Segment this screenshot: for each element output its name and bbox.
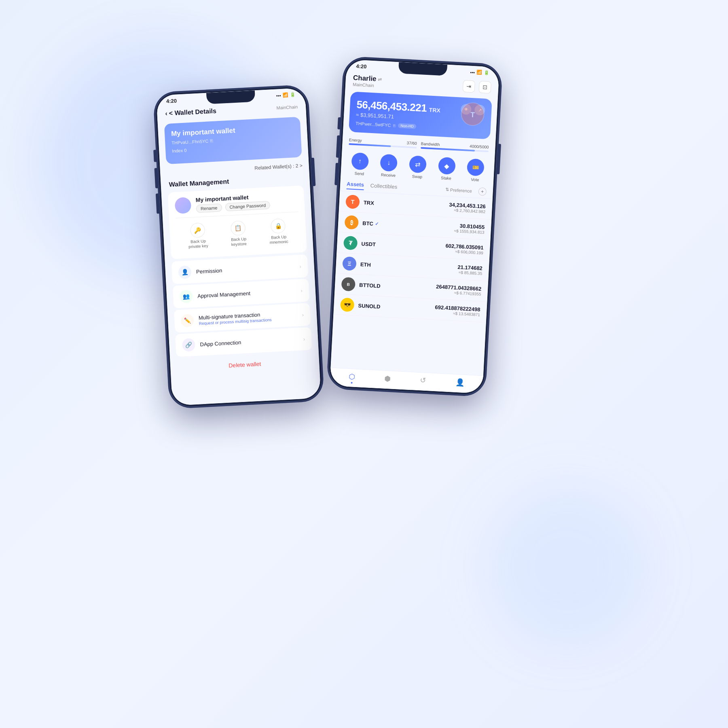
main-chain-label: MainChain bbox=[353, 82, 382, 89]
status-icons-right: ▪▪▪ 📶 🔋 bbox=[470, 70, 489, 76]
backup-keystore[interactable]: 📋 Back Upkeystore bbox=[230, 220, 247, 247]
tab-assets[interactable]: Assets bbox=[347, 179, 364, 190]
backup-key-icon: 🔑 bbox=[190, 222, 205, 238]
vote-action[interactable]: 🎫 Vote bbox=[466, 159, 485, 182]
scan-icon[interactable]: ⊡ bbox=[478, 81, 491, 94]
user-section: Charlie ⇌ MainChain bbox=[353, 74, 382, 89]
permission-chevron: › bbox=[299, 263, 301, 269]
nav-stack[interactable]: ⬢ bbox=[384, 374, 391, 386]
wifi-icon-right: 📶 bbox=[476, 70, 483, 76]
page-title: < Wallet Details bbox=[169, 107, 216, 117]
swap-icon: ⇄ bbox=[409, 155, 427, 173]
eth-name: ETH bbox=[360, 261, 371, 268]
assets-nav-icon: ⬡ bbox=[349, 372, 356, 381]
preference-button[interactable]: ⇅ Preference bbox=[445, 187, 472, 193]
right-phone: 4:20 ▪▪▪ 📶 🔋 Charlie ⇌ bbox=[327, 57, 502, 396]
copy-icon[interactable]: ⎘ bbox=[210, 138, 213, 143]
send-label: Send bbox=[354, 171, 364, 176]
backup-private-key[interactable]: 🔑 Back Upprivate key bbox=[187, 222, 208, 249]
btc-values: 30.810455 ≈$ 1555,934.813 bbox=[454, 222, 485, 235]
backup-mnemonic-icon: 🔒 bbox=[271, 218, 286, 234]
change-password-button[interactable]: Change Password bbox=[225, 201, 271, 212]
approval-title: Approval Management bbox=[197, 288, 296, 299]
signal-icon: ▪▪▪ bbox=[276, 93, 281, 98]
vote-icon: 🎫 bbox=[467, 159, 485, 176]
svg-text:T: T bbox=[470, 111, 475, 119]
management-card: My important wallet Rename Change Passwo… bbox=[168, 185, 307, 259]
dapp-text: DApp Connection bbox=[200, 336, 298, 347]
receive-icon: ↓ bbox=[380, 154, 398, 171]
eth-values: 21.174682 ≈$ 85,885.35 bbox=[457, 264, 483, 276]
backup-keystore-label: Back Upkeystore bbox=[231, 237, 247, 247]
sunold-icon: 😎 bbox=[340, 298, 355, 312]
swap-action[interactable]: ⇄ Swap bbox=[408, 155, 427, 179]
wifi-icon: 📶 bbox=[282, 92, 288, 98]
energy-value: 37/60 bbox=[406, 141, 417, 146]
stack-nav-icon: ⬢ bbox=[384, 374, 391, 383]
rename-button[interactable]: Rename bbox=[196, 203, 222, 213]
trx-values: 34,234,453.126 ≈$ 2,760,842.982 bbox=[449, 201, 486, 214]
backup-key-label: Back Upprivate key bbox=[188, 239, 209, 249]
trx-name: TRX bbox=[364, 199, 375, 206]
balance-card: 56,456,453.221 TRX ≈ $3,951,951.71 👁 ↗ bbox=[349, 91, 492, 139]
swap-indicator[interactable]: ⇌ bbox=[378, 76, 382, 83]
sort-icon: ⇅ bbox=[445, 187, 449, 192]
btc-name: BTC ✓ bbox=[362, 220, 379, 227]
nav-profile[interactable]: 👤 bbox=[455, 378, 464, 389]
multisig-text: Multi-signature transaction Request or p… bbox=[199, 309, 298, 326]
profile-nav-icon: 👤 bbox=[455, 378, 464, 387]
bandwidth-value: 4000/5000 bbox=[470, 144, 489, 149]
permission-icon: 👤 bbox=[178, 265, 192, 279]
stake-label: Stake bbox=[441, 176, 451, 180]
sunold-values: 692.418878222498 ≈$ 13.5483871 bbox=[435, 304, 480, 317]
receive-action[interactable]: ↓ Receive bbox=[380, 154, 398, 178]
send-action[interactable]: ↑ Send bbox=[351, 152, 369, 176]
tab-collectibles[interactable]: Collectibles bbox=[370, 181, 398, 191]
trx-logo: T bbox=[460, 102, 485, 127]
usdt-name: USDT bbox=[361, 241, 376, 248]
chain-label: MainChain bbox=[276, 104, 298, 110]
backup-keystore-icon: 📋 bbox=[231, 220, 246, 236]
asset-list: T TRX 34,234,453.126 ≈$ 2,760,842.982 ₿ … bbox=[332, 191, 493, 347]
eth-icon: Ξ bbox=[342, 256, 357, 271]
nav-history[interactable]: ↺ bbox=[420, 376, 426, 387]
copy-addr-icon[interactable]: ⎘ bbox=[393, 123, 396, 127]
wallet-address: THPwer...5wtFYC bbox=[356, 121, 391, 128]
permission-title: Permission bbox=[196, 263, 295, 275]
address-text: THPvaU...Fhn5YC bbox=[171, 139, 209, 146]
transfer-icon[interactable]: ⇥ bbox=[463, 80, 476, 93]
wallet-details-screen: 4:20 ▪▪▪ 📶 🔋 ‹ < Wallet Details bbox=[156, 88, 321, 406]
send-icon: ↑ bbox=[351, 152, 369, 170]
bottom-nav: ⬡ ⬢ ↺ 👤 bbox=[330, 368, 483, 394]
battery-icon: 🔋 bbox=[290, 92, 296, 97]
left-phone: 4:20 ▪▪▪ 📶 🔋 ‹ < Wallet Details bbox=[154, 85, 324, 408]
receive-label: Receive bbox=[381, 172, 396, 178]
balance-info: 56,456,453.221 TRX ≈ $3,951,951.71 bbox=[356, 98, 441, 122]
sunold-name: SUNOLD bbox=[358, 302, 381, 309]
right-phone-screen: 4:20 ▪▪▪ 📶 🔋 Charlie ⇌ bbox=[330, 59, 499, 394]
back-button[interactable]: ‹ < Wallet Details bbox=[165, 107, 216, 117]
approval-text: Approval Management bbox=[197, 288, 296, 299]
trx-icon: T bbox=[345, 195, 360, 209]
signal-icon-right: ▪▪▪ bbox=[470, 70, 475, 75]
wallet-name-row: My important wallet Rename Change Passwo… bbox=[174, 191, 298, 214]
backup-mnemonic-label: Back Upmnemonic bbox=[269, 235, 288, 245]
add-asset-button[interactable]: + bbox=[478, 187, 487, 196]
wallet-info: My important wallet Rename Change Passwo… bbox=[195, 191, 298, 213]
permission-text: Permission bbox=[196, 263, 295, 275]
approval-icon: 👥 bbox=[179, 290, 193, 303]
time-left: 4:20 bbox=[166, 98, 177, 104]
left-phone-screen: 4:20 ▪▪▪ 📶 🔋 ‹ < Wallet Details bbox=[156, 88, 321, 406]
stake-icon: ◆ bbox=[438, 157, 455, 175]
energy-label: Energy bbox=[349, 138, 362, 143]
swap-label: Swap bbox=[412, 174, 423, 179]
stake-action[interactable]: ◆ Stake bbox=[438, 157, 456, 181]
backup-mnemonic[interactable]: 🔒 Back Upmnemonic bbox=[269, 218, 288, 245]
nav-assets[interactable]: ⬡ bbox=[349, 372, 356, 384]
hd-tag: Non-HD bbox=[398, 123, 416, 129]
bandwidth-label: Bandwidth bbox=[421, 142, 440, 147]
multisig-icon: ✏️ bbox=[181, 314, 195, 328]
vote-label: Vote bbox=[471, 177, 479, 182]
status-icons-left: ▪▪▪ 📶 🔋 bbox=[276, 92, 296, 98]
bttold-values: 2648771.04328662 ≈$ 6.77419355 bbox=[436, 284, 481, 296]
